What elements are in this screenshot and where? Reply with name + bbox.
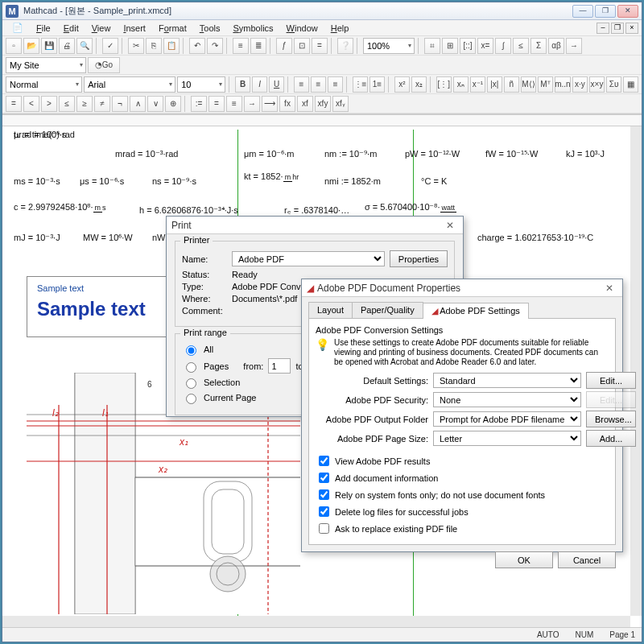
sum-tb-icon[interactable]: Συ — [606, 76, 621, 93]
math-calc-icon[interactable]: ⌗ — [424, 38, 440, 54]
zoom-combo[interactable]: 100% — [363, 38, 415, 54]
cb-add-docinfo[interactable] — [319, 473, 329, 483]
eq-kj[interactable]: kJ = 10³·J — [566, 149, 605, 159]
properties-button[interactable]: Properties — [390, 250, 448, 267]
print-icon[interactable]: 🖨 — [59, 38, 75, 54]
subscript-tb-icon[interactable]: xₙ — [453, 76, 469, 93]
menu-format[interactable]: Format — [152, 23, 193, 33]
and-icon[interactable]: ∧ — [130, 96, 146, 112]
tab-layout[interactable]: Layout — [308, 302, 353, 318]
fx4-icon[interactable]: xfᵧ — [332, 96, 349, 112]
math-sym-icon[interactable]: → — [566, 38, 582, 54]
output-folder-select[interactable]: Prompt for Adobe PDF filename — [433, 411, 581, 427]
math-prog-icon[interactable]: Σ — [530, 38, 547, 54]
eq-re[interactable]: rₑ = .6378140·… — [284, 205, 349, 216]
menu-file[interactable]: File — [30, 23, 57, 33]
symeval2-icon[interactable]: ⟶ — [262, 96, 278, 112]
range-pages-radio[interactable] — [186, 362, 196, 373]
page-size-select[interactable]: Letter — [433, 431, 581, 446]
align-left-icon[interactable]: ≡ — [294, 76, 309, 93]
mcol-tb-icon[interactable]: M⟨⟩ — [521, 76, 536, 93]
math-matrix-icon[interactable]: [::] — [460, 38, 476, 54]
printer-select[interactable]: Adobe PDF — [232, 251, 385, 266]
browse-button[interactable]: Browse... — [586, 411, 636, 427]
align2-icon[interactable]: ≣ — [250, 38, 266, 54]
cb-ask-replace[interactable] — [319, 523, 329, 534]
inverse-tb-icon[interactable]: x⁻¹ — [470, 76, 485, 93]
site-combo[interactable]: My Site — [6, 57, 86, 73]
math-eval-icon[interactable]: x= — [477, 38, 493, 54]
edit-button-1[interactable]: Edit... — [586, 372, 636, 389]
range-all-radio[interactable] — [186, 345, 196, 356]
mdi-close-button[interactable]: × — [625, 23, 638, 34]
eq-pw[interactable]: pW = 10⁻¹²·W — [405, 149, 460, 159]
unit-icon[interactable]: ⊡ — [294, 38, 310, 54]
preview-icon[interactable]: 🔍 — [76, 38, 93, 54]
minimize-button[interactable]: — — [572, 5, 593, 18]
evalres-icon[interactable]: = — [208, 96, 225, 112]
add-button[interactable]: Add... — [586, 430, 636, 447]
fx1-icon[interactable]: fx — [279, 96, 295, 112]
style-combo[interactable]: Normal — [6, 76, 82, 93]
calc-icon[interactable]: = — [312, 38, 328, 54]
menu-help[interactable]: Help — [324, 23, 356, 33]
vec-tb-icon[interactable]: ñ — [504, 76, 519, 93]
mdi-restore-button[interactable]: ❐ — [611, 23, 624, 34]
go-button[interactable]: ◔ Go — [88, 57, 120, 73]
eq-murad[interactable]: μrad = 10⁻⁶·rad — [14, 130, 75, 140]
eq-ns[interactable]: ns = 10⁻⁹·s — [152, 176, 196, 187]
matrix-tb-icon[interactable]: [⋮] — [436, 76, 452, 93]
fx-icon[interactable]: ƒ — [276, 38, 292, 54]
eq-charge[interactable]: charge = 1.60217653·10⁻¹⁹·C — [477, 233, 593, 243]
cb-view-results[interactable] — [319, 456, 329, 466]
help-icon[interactable]: ❔ — [337, 38, 353, 54]
horizontal-scrollbar[interactable] — [2, 616, 630, 627]
mt-tb-icon[interactable]: Mᵀ — [538, 76, 553, 93]
eq-nm[interactable]: nm := 10⁻⁹·m — [324, 149, 377, 159]
math-greek-icon[interactable]: αβ — [548, 38, 564, 54]
cut-icon[interactable]: ✂ — [128, 38, 144, 54]
vertical-scrollbar[interactable] — [630, 126, 642, 616]
eq-fw[interactable]: fW = 10⁻¹⁵·W — [485, 149, 538, 159]
math-bool-icon[interactable]: ≤ — [513, 38, 529, 54]
range-selection-radio[interactable] — [186, 378, 196, 389]
eq-icon[interactable]: = — [6, 96, 22, 112]
eq-h[interactable]: h = 6.62606876·10⁻³⁴·J·s — [139, 205, 238, 216]
tab-pdf-settings[interactable]: ◢ Adobe PDF Settings — [423, 303, 529, 319]
eq-mj[interactable]: mJ = 10⁻³·J — [14, 233, 60, 243]
or-icon[interactable]: ∨ — [147, 96, 163, 112]
eq-mum[interactable]: μm = 10⁻⁶·m — [244, 149, 295, 159]
eq-degc[interactable]: °C = K — [421, 176, 447, 186]
menu-window[interactable]: Window — [280, 23, 324, 33]
range-current-radio[interactable] — [186, 394, 196, 404]
sub-icon[interactable]: x₂ — [411, 76, 427, 93]
eq-ms[interactable]: ms = 10⁻³·s — [14, 176, 60, 187]
tab-paper-quality[interactable]: Paper/Quality — [352, 302, 423, 318]
menu-symbolics[interactable]: Symbolics — [226, 23, 279, 33]
eq-nmi[interactable]: nmi := 1852·m — [324, 176, 381, 186]
print-close-button[interactable]: ✕ — [442, 220, 458, 231]
eq-sig[interactable]: σ = 5.670400·10⁻⁸·watt — [365, 202, 459, 213]
close-button[interactable]: ✕ — [617, 5, 638, 18]
align-center-icon[interactable]: ≡ — [311, 76, 326, 93]
fx3-icon[interactable]: xfy — [315, 96, 331, 112]
bold-button[interactable]: B — [235, 76, 250, 93]
spell-icon[interactable]: ✓ — [102, 38, 118, 54]
maximize-button[interactable]: ❐ — [595, 5, 616, 18]
save-icon[interactable]: 💾 — [41, 38, 57, 54]
cb-system-fonts[interactable] — [319, 489, 329, 500]
mdi-minimize-button[interactable]: – — [597, 23, 609, 34]
numbers-icon[interactable]: 1≡ — [369, 76, 385, 93]
ok-button[interactable]: OK — [495, 551, 553, 568]
underline-button[interactable]: U — [269, 76, 284, 93]
default-settings-select[interactable]: Standard — [433, 373, 581, 388]
xor-icon[interactable]: ⊕ — [165, 96, 181, 112]
pdf-close-button[interactable]: ✕ — [601, 283, 617, 294]
global-icon[interactable]: ≡ — [226, 96, 242, 112]
not-icon[interactable]: ¬ — [112, 96, 128, 112]
size-combo[interactable]: 10 — [177, 76, 225, 93]
security-select[interactable]: None — [433, 392, 581, 407]
math-graph-icon[interactable]: ⊞ — [442, 38, 458, 54]
font-combo[interactable]: Arial — [84, 76, 175, 93]
copy-icon[interactable]: ⎘ — [146, 38, 162, 54]
